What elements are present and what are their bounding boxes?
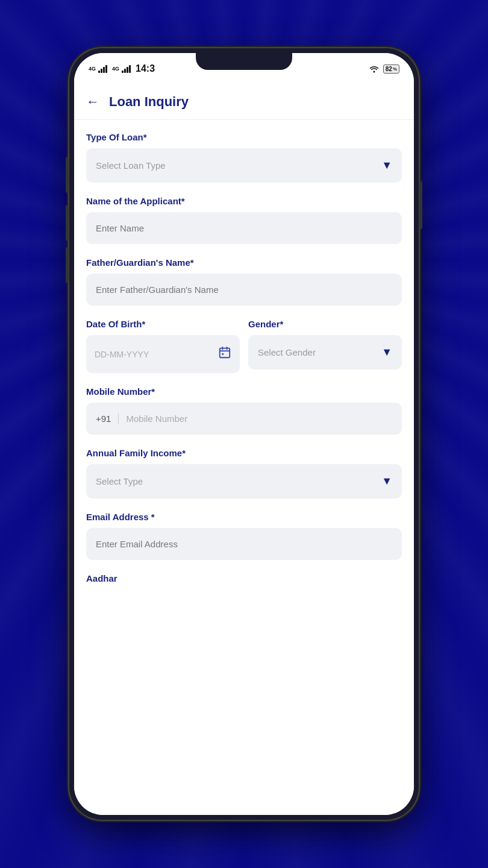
applicant-name-input[interactable]	[86, 212, 402, 244]
status-left: 4G 4G 14:3	[89, 63, 155, 74]
loan-type-group: Type Of Loan* Select Loan Type ▼	[86, 132, 402, 183]
form-area: Type Of Loan* Select Loan Type ▼ Name of…	[74, 120, 414, 815]
dob-input[interactable]: DD-MM-YYYY	[86, 335, 240, 373]
wifi-icon	[369, 64, 380, 73]
gender-select[interactable]: Select Gender ▼	[248, 335, 402, 370]
dob-label: Date Of Birth*	[86, 319, 240, 329]
income-select[interactable]: Select Type ▼	[86, 464, 402, 498]
status-time: 14:3	[136, 63, 155, 74]
phone-frame: 4G 4G 14:3	[69, 48, 419, 820]
network1-label: 4G	[89, 66, 96, 72]
mobile-label: Mobile Number*	[86, 386, 402, 397]
guardian-name-label: Father/Guardian's Name*	[86, 257, 402, 268]
aadhar-label: Aadhar	[86, 573, 402, 583]
mobile-placeholder: Mobile Number	[126, 414, 187, 424]
email-label: Email Address *	[86, 512, 402, 522]
page-title: Loan Inquiry	[109, 94, 189, 110]
gender-arrow: ▼	[381, 346, 392, 359]
loan-type-label: Type Of Loan*	[86, 132, 402, 142]
svg-rect-4	[222, 353, 224, 355]
network2-label: 4G	[112, 66, 119, 72]
loan-type-placeholder: Select Loan Type	[96, 160, 166, 171]
dob-group: Date Of Birth* DD-MM-YYYY	[86, 319, 240, 373]
applicant-name-group: Name of the Applicant*	[86, 196, 402, 244]
income-placeholder: Select Type	[96, 476, 143, 486]
income-group: Annual Family Income* Select Type ▼	[86, 448, 402, 498]
back-button[interactable]: ←	[86, 94, 99, 110]
phone-screen: 4G 4G 14:3	[74, 53, 414, 815]
guardian-name-group: Father/Guardian's Name*	[86, 257, 402, 306]
signal-bars-2	[122, 64, 131, 73]
guardian-name-input[interactable]	[86, 274, 402, 306]
status-bar: 4G 4G 14:3	[74, 53, 414, 84]
signal-bars-1	[98, 64, 107, 73]
gender-label: Gender*	[248, 319, 402, 329]
battery-icon: 82 %	[383, 64, 399, 74]
applicant-name-label: Name of the Applicant*	[86, 196, 402, 206]
mobile-group: Mobile Number* +91 Mobile Number	[86, 386, 402, 435]
loan-type-arrow: ▼	[381, 159, 392, 172]
email-input[interactable]	[86, 528, 402, 560]
app-header: ← Loan Inquiry	[74, 84, 414, 120]
country-code: +91	[96, 414, 119, 424]
loan-type-select[interactable]: Select Loan Type ▼	[86, 148, 402, 183]
notch	[196, 53, 292, 70]
email-group: Email Address *	[86, 512, 402, 560]
mobile-input-wrapper[interactable]: +91 Mobile Number	[86, 403, 402, 435]
dob-gender-row: Date Of Birth* DD-MM-YYYY	[86, 319, 402, 373]
income-arrow: ▼	[381, 475, 392, 488]
gender-placeholder: Select Gender	[258, 347, 316, 357]
calendar-icon	[218, 346, 231, 362]
svg-rect-0	[220, 348, 230, 358]
aadhar-group: Aadhar	[86, 573, 402, 583]
battery-level: 82	[386, 66, 392, 72]
income-label: Annual Family Income*	[86, 448, 402, 458]
status-right: 82 %	[369, 64, 399, 74]
dob-placeholder: DD-MM-YYYY	[95, 350, 149, 359]
gender-group: Gender* Select Gender ▼	[248, 319, 402, 373]
